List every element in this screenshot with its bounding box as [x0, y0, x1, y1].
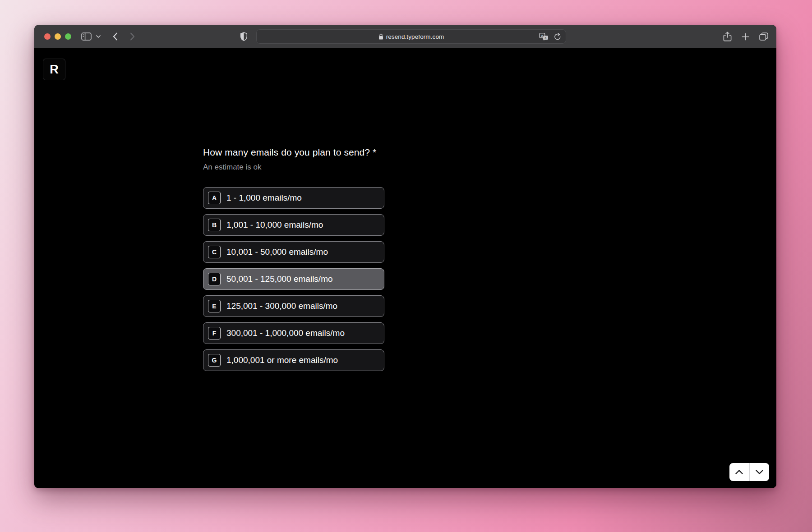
option-key-badge: E — [208, 300, 221, 312]
tabs-overview-icon[interactable] — [759, 32, 768, 41]
close-window-button[interactable] — [44, 33, 51, 40]
forward-button[interactable] — [126, 25, 138, 48]
option-label: 1,000,001 or more emails/mo — [226, 355, 338, 365]
form-navigation — [729, 463, 769, 481]
share-icon[interactable] — [723, 32, 732, 41]
svg-text:x: x — [544, 36, 546, 40]
lock-icon — [378, 33, 383, 40]
next-question-button[interactable] — [749, 463, 770, 481]
browser-window: resend.typeform.com A x — [34, 25, 776, 488]
option-g[interactable]: G 1,000,001 or more emails/mo — [203, 349, 384, 371]
back-button[interactable] — [109, 25, 121, 48]
option-key-badge: D — [208, 273, 221, 285]
option-label: 10,001 - 50,000 emails/mo — [226, 247, 328, 257]
privacy-shield-icon[interactable] — [237, 25, 250, 48]
reload-icon[interactable] — [554, 33, 561, 41]
option-c[interactable]: C 10,001 - 50,000 emails/mo — [203, 241, 384, 263]
option-key-badge: B — [208, 219, 221, 231]
question-block: How many emails do you plan to send? * A… — [203, 147, 384, 371]
minimize-window-button[interactable] — [55, 33, 61, 40]
option-key-badge: G — [208, 354, 221, 367]
question-subtitle: An estimate is ok — [203, 163, 384, 172]
option-label: 50,001 - 125,000 emails/mo — [226, 274, 333, 284]
traffic-lights — [44, 33, 71, 40]
option-a[interactable]: A 1 - 1,000 emails/mo — [203, 187, 384, 209]
option-label: 1 - 1,000 emails/mo — [226, 193, 302, 203]
question-title: How many emails do you plan to send? * — [203, 147, 384, 158]
sidebar-toggle-icon[interactable] — [79, 25, 93, 48]
url-text: resend.typeform.com — [386, 33, 444, 40]
option-key-badge: F — [208, 327, 221, 339]
options-list: A 1 - 1,000 emails/mo B 1,001 - 10,000 e… — [203, 187, 384, 371]
new-tab-icon[interactable] — [742, 33, 749, 41]
chevron-up-icon — [735, 470, 743, 474]
translate-icon[interactable]: A x — [539, 33, 549, 41]
address-bar[interactable]: resend.typeform.com A x — [256, 29, 566, 44]
option-label: 1,001 - 10,000 emails/mo — [226, 220, 323, 230]
chevron-down-icon — [756, 470, 763, 474]
option-e[interactable]: E 125,001 - 300,000 emails/mo — [203, 295, 384, 317]
option-f[interactable]: F 300,001 - 1,000,000 emails/mo — [203, 322, 384, 344]
option-label: 125,001 - 300,000 emails/mo — [226, 301, 337, 311]
option-label: 300,001 - 1,000,000 emails/mo — [226, 328, 345, 338]
resend-logo: R — [43, 59, 65, 80]
page-content: R How many emails do you plan to send? *… — [34, 48, 776, 488]
option-key-badge: C — [208, 246, 221, 258]
option-b[interactable]: B 1,001 - 10,000 emails/mo — [203, 214, 384, 236]
browser-titlebar: resend.typeform.com A x — [34, 25, 776, 48]
zoom-window-button[interactable] — [65, 33, 71, 40]
option-key-badge: A — [208, 192, 221, 204]
previous-question-button[interactable] — [729, 463, 749, 481]
sidebar-chevron-down-icon[interactable] — [95, 25, 102, 48]
address-bar-content: resend.typeform.com — [378, 33, 444, 40]
option-d[interactable]: D 50,001 - 125,000 emails/mo — [203, 268, 384, 290]
desktop-backdrop: { "colors": { "backdrop_gradient": ["#f3… — [0, 0, 812, 532]
